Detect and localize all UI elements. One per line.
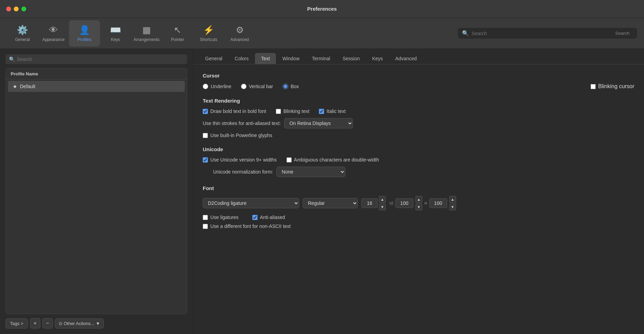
- font-size-up-button[interactable]: ▲: [379, 196, 386, 203]
- metric2-up-button[interactable]: ▲: [449, 196, 456, 203]
- metric2-label: n̶: [424, 201, 427, 206]
- lightning-icon: ⚡: [203, 25, 214, 35]
- metric1-stepper: ▲ ▼: [415, 196, 422, 210]
- grid-icon: ▦: [142, 25, 151, 35]
- use-ligatures-option[interactable]: Use ligatures: [203, 215, 239, 220]
- ambiguous-option[interactable]: Ambiguous characters are double-width: [286, 157, 379, 163]
- tab-keys[interactable]: Keys: [366, 53, 389, 64]
- diff-font-checkbox[interactable]: [203, 224, 208, 229]
- toolbar-item-appearance-label: Appearance: [42, 37, 65, 42]
- advanced-gear-icon: ⚙: [236, 25, 244, 35]
- font-name-select[interactable]: D2Coding ligature: [203, 198, 299, 208]
- italic-text-option[interactable]: Italic text: [319, 108, 345, 114]
- use-unicode-option[interactable]: Use Unicode version 9+ widths: [203, 157, 277, 163]
- cursor-options: Underline Vertical bar Box: [203, 83, 634, 90]
- toolbar-item-general[interactable]: ⚙️ General: [7, 20, 38, 46]
- toolbar-item-advanced[interactable]: ⚙ Advanced: [224, 20, 255, 46]
- powerline-label: Use built-in Powerline glyphs: [210, 133, 272, 138]
- close-button[interactable]: [6, 7, 11, 11]
- unicode-norm-select[interactable]: None NFC NFD NFKC NFKD: [276, 167, 345, 177]
- bold-blinking-italic-row: Draw bold text in bold font Blinking tex…: [203, 108, 634, 114]
- cursor-box-option[interactable]: Box: [283, 84, 299, 89]
- blinking-text-checkbox[interactable]: [276, 109, 281, 114]
- tab-session[interactable]: Session: [337, 53, 366, 64]
- cursor-section-title: Cursor: [203, 73, 634, 79]
- other-actions-button[interactable]: ⊙ Other Actions... ▼: [55, 319, 104, 328]
- toolbar-item-arrangements[interactable]: ▦ Arrangements: [131, 20, 162, 46]
- blinking-text-option[interactable]: Blinking text: [276, 108, 309, 114]
- draw-bold-label: Draw bold text in bold font: [210, 108, 266, 114]
- italic-text-checkbox[interactable]: [319, 109, 324, 114]
- ambiguous-label: Ambiguous characters are double-width: [294, 157, 379, 163]
- tab-window[interactable]: Window: [276, 53, 305, 64]
- sidebar-search-bar: 🔍: [6, 54, 187, 64]
- toolbar-item-profiles[interactable]: 👤 Profiles: [69, 20, 100, 46]
- toolbar-item-advanced-label: Advanced: [230, 37, 249, 42]
- draw-bold-option[interactable]: Draw bold text in bold font: [203, 108, 266, 114]
- toolbar-search-input[interactable]: [472, 31, 613, 36]
- metric1-down-button[interactable]: ▼: [415, 203, 422, 210]
- minimize-button[interactable]: [14, 7, 19, 11]
- cursor-vertical-bar-radio[interactable]: [241, 84, 246, 89]
- tab-text[interactable]: Text: [255, 53, 276, 64]
- other-actions-label: Other Actions...: [64, 321, 94, 326]
- metric2-stepper: ▲ ▼: [449, 196, 456, 210]
- cursor-underline-label: Underline: [211, 84, 231, 89]
- remove-profile-button[interactable]: −: [42, 318, 53, 328]
- font-row: D2Coding ligature Regular Bold Italic Bo…: [203, 196, 634, 210]
- powerline-option[interactable]: Use built-in Powerline glyphs: [203, 133, 634, 138]
- sidebar-search-input[interactable]: [17, 56, 184, 62]
- tab-general[interactable]: General: [199, 53, 228, 64]
- toolbar-item-shortcuts[interactable]: ⚡ Shortcuts: [193, 20, 224, 46]
- unicode-section-title: Unicode: [203, 146, 634, 152]
- add-profile-button[interactable]: +: [30, 318, 40, 328]
- ambiguous-checkbox[interactable]: [286, 157, 292, 163]
- draw-bold-checkbox[interactable]: [203, 109, 208, 114]
- cursor-section: Cursor Underline Vertical bar: [203, 73, 634, 90]
- blinking-cursor-checkbox[interactable]: [591, 84, 596, 89]
- profile-item-default-name: Default: [20, 84, 35, 89]
- metric1-input[interactable]: [395, 198, 413, 208]
- tab-terminal[interactable]: Terminal: [306, 53, 336, 64]
- font-section: Font D2Coding ligature Regular Bold Ital…: [203, 185, 634, 229]
- cursor-box-radio[interactable]: [283, 84, 288, 89]
- tab-advanced[interactable]: Advanced: [390, 53, 423, 64]
- blinking-text-label: Blinking text: [283, 108, 309, 114]
- thin-strokes-select[interactable]: On Retina Displays Always Never Automati…: [284, 118, 353, 128]
- toolbar-item-keys[interactable]: ⌨️ Keys: [100, 20, 131, 46]
- toolbar-item-general-label: General: [15, 37, 30, 42]
- maximize-button[interactable]: [21, 7, 26, 11]
- profile-item-default[interactable]: ★ Default: [8, 81, 185, 92]
- profile-list-header: Profile Name: [6, 69, 187, 80]
- anti-aliased-checkbox[interactable]: [252, 215, 258, 220]
- toolbar-item-appearance[interactable]: 👁 Appearance: [38, 20, 69, 46]
- blinking-cursor-label: Blinking cursor: [598, 83, 634, 90]
- cursor-vertical-bar-option[interactable]: Vertical bar: [241, 84, 273, 89]
- toolbar-search-label: Search: [615, 31, 633, 36]
- powerline-checkbox[interactable]: [203, 133, 208, 138]
- gear-icon: ⚙️: [17, 25, 28, 35]
- blinking-cursor-option: Blinking cursor: [591, 83, 634, 90]
- tab-colors[interactable]: Colors: [229, 53, 254, 64]
- cursor-underline-option[interactable]: Underline: [203, 84, 231, 89]
- tags-button[interactable]: Tags >: [6, 319, 28, 328]
- metric1-up-button[interactable]: ▲: [415, 196, 422, 203]
- font-size-input[interactable]: [361, 198, 378, 208]
- person-icon: 👤: [79, 25, 90, 35]
- use-unicode-checkbox[interactable]: [203, 157, 208, 163]
- toolbar-item-keys-label: Keys: [111, 37, 120, 42]
- diff-font-option[interactable]: Use a different font for non-ASCII text: [203, 223, 634, 229]
- font-style-select[interactable]: Regular Bold Italic Bold Italic: [303, 198, 358, 208]
- italic-text-label: Italic text: [326, 108, 345, 114]
- main-content: 🔍 Profile Name ★ Default Tags > + − ⊙ Ot…: [0, 49, 644, 334]
- toolbar-item-pointer[interactable]: ↖ Pointer: [162, 20, 193, 46]
- cursor-underline-radio[interactable]: [203, 84, 208, 89]
- anti-aliased-option[interactable]: Anti-aliased: [252, 215, 285, 220]
- thin-strokes-row: Use thin strokes for anti-aliased text: …: [203, 118, 634, 128]
- cursor-vertical-bar-label: Vertical bar: [249, 84, 273, 89]
- eye-icon: 👁: [49, 25, 58, 35]
- metric2-input[interactable]: [429, 198, 447, 208]
- font-size-down-button[interactable]: ▼: [379, 203, 386, 210]
- metric2-down-button[interactable]: ▼: [449, 203, 456, 210]
- use-ligatures-checkbox[interactable]: [203, 215, 208, 220]
